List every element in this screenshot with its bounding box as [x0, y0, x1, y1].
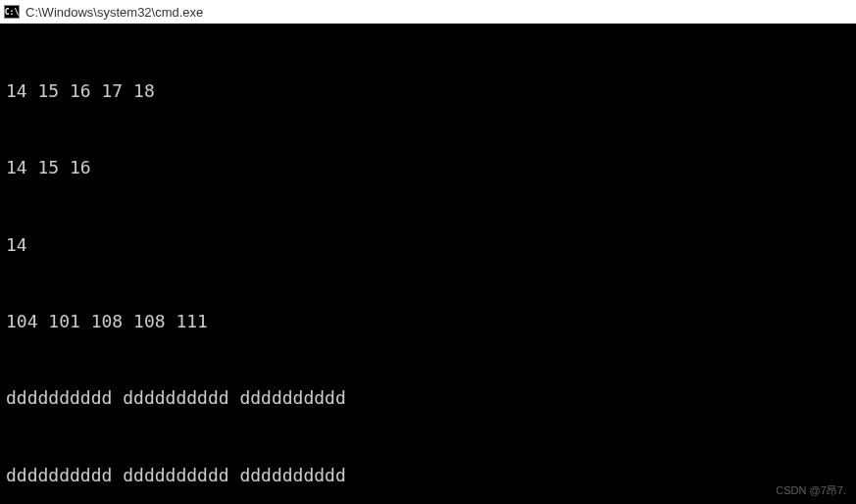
output-line: dddddddddd dddddddddd dddddddddd — [6, 385, 850, 411]
cmd-icon: C:\ — [4, 5, 20, 19]
output-line: 14 15 16 17 18 — [6, 78, 850, 104]
output-line: dddddddddd dddddddddd dddddddddd — [6, 463, 850, 488]
titlebar[interactable]: C:\ C:\Windows\system32\cmd.exe — [0, 0, 856, 24]
output-line: 14 — [6, 232, 850, 258]
watermark: CSDN @7昂7. — [776, 483, 846, 498]
window-title: C:\Windows\system32\cmd.exe — [25, 5, 203, 20]
output-line: 104 101 108 108 111 — [6, 309, 850, 334]
console-output: 14 15 16 17 18 14 15 16 14 104 101 108 1… — [0, 24, 856, 504]
output-line: 14 15 16 — [6, 155, 850, 180]
